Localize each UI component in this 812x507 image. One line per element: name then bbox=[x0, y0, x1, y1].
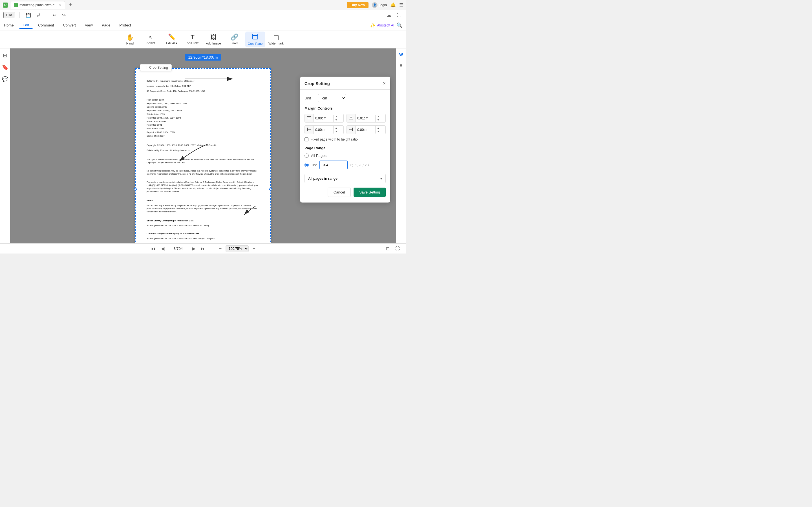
fixed-ratio-checkbox[interactable] bbox=[305, 137, 308, 142]
tool-link-label: Link▾ bbox=[231, 41, 238, 45]
redo-icon[interactable]: ↪ bbox=[61, 12, 67, 18]
menu-right-actions: ✨ Afirstsoft AI 🔍 bbox=[370, 22, 406, 29]
pages-in-range-wrap: All pages in range Odd pages only Even p… bbox=[305, 174, 386, 183]
tool-select[interactable]: ↖ Select bbox=[141, 32, 161, 47]
hamburger-icon[interactable]: ☰ bbox=[399, 2, 403, 8]
cancel-button[interactable]: Cancel bbox=[327, 187, 351, 197]
pdf-content: Butterworth-Heinemann is an imprint of E… bbox=[147, 79, 259, 243]
all-pages-label: All Pages bbox=[311, 154, 326, 158]
app-toolbar: File 💾 🖨 ↩ ↪ ☁ ⛶ bbox=[0, 10, 406, 20]
pdf-page: Butterworth-Heinemann is an imprint of E… bbox=[135, 68, 271, 243]
left-margin-wrap: 0.00cm ▲ ▼ bbox=[305, 125, 344, 134]
the-radio[interactable] bbox=[305, 163, 309, 167]
notification-icon[interactable]: 🔔 bbox=[390, 2, 396, 8]
menu-edit[interactable]: Edit bbox=[19, 22, 33, 29]
bottom-margin-icon bbox=[347, 114, 356, 122]
menu-convert[interactable]: Convert bbox=[59, 22, 80, 29]
crop-panel-close-button[interactable]: × bbox=[383, 80, 386, 87]
left-margin-up[interactable]: ▲ bbox=[334, 126, 339, 130]
ai-button[interactable]: ✨ Afirstsoft AI bbox=[370, 22, 394, 28]
search-icon[interactable]: 🔍 bbox=[396, 22, 403, 29]
page-info: 3/704 bbox=[168, 246, 188, 251]
sidebar-comment-icon[interactable]: 💬 bbox=[0, 74, 10, 84]
watermark-icon: ◫ bbox=[273, 34, 279, 41]
svg-rect-6 bbox=[307, 116, 311, 117]
margin-controls-title: Margin Controls bbox=[305, 106, 386, 110]
next-page-button[interactable]: ▶ bbox=[190, 245, 197, 252]
tool-link[interactable]: 🔗 Link▾ bbox=[224, 32, 244, 47]
svg-rect-0 bbox=[253, 34, 258, 39]
zoom-out-button[interactable]: − bbox=[217, 245, 223, 252]
last-page-button[interactable]: ⏭ bbox=[199, 245, 207, 252]
menu-home[interactable]: Home bbox=[0, 22, 18, 29]
bottom-margin-up[interactable]: ▲ bbox=[375, 115, 381, 118]
top-margin-down[interactable]: ▼ bbox=[334, 118, 339, 122]
tool-crop-page[interactable]: Crop Page bbox=[245, 32, 265, 47]
tool-add-image[interactable]: 🖼 Add Image bbox=[204, 32, 223, 47]
page-range-input[interactable]: 3-4 bbox=[319, 161, 348, 169]
status-bar: ⏮ ◀ 3/704 ▶ ⏭ − 100.75% 50% 75% 100% 125… bbox=[0, 243, 406, 253]
new-tab-button[interactable]: + bbox=[67, 2, 74, 8]
crop-handle-left-mid[interactable] bbox=[134, 188, 137, 191]
pages-in-range-select[interactable]: All pages in range Odd pages only Even p… bbox=[305, 174, 386, 183]
publisher-line2: Linacre House, Jordan Hill, Oxford OX2 8… bbox=[147, 84, 259, 88]
right-margin-input[interactable]: 0.00cm bbox=[356, 126, 375, 133]
crop-handle-right-mid[interactable] bbox=[269, 188, 272, 191]
panel-footer: Cancel Save Setting bbox=[305, 187, 386, 198]
right-margin-up[interactable]: ▲ bbox=[375, 126, 381, 130]
bottom-margin-down[interactable]: ▼ bbox=[375, 118, 381, 122]
print-icon[interactable]: 🖨 bbox=[36, 12, 42, 18]
sidebar-thumbnail-icon[interactable]: ⊞ bbox=[1, 51, 9, 60]
link-icon: 🔗 bbox=[231, 34, 238, 41]
right-sidebar-panel-icon[interactable]: ≡ bbox=[398, 61, 404, 70]
tool-edit-all[interactable]: ✏️ Edit All▾ bbox=[162, 32, 182, 47]
top-margin-up[interactable]: ▲ bbox=[334, 115, 339, 118]
menu-comment[interactable]: Comment bbox=[34, 22, 58, 29]
page-range-title: Page Range bbox=[305, 146, 386, 150]
zoom-in-button[interactable]: + bbox=[251, 245, 257, 252]
login-area[interactable]: 👤 Login bbox=[372, 2, 387, 8]
left-margin-input[interactable]: 0.00cm bbox=[313, 126, 333, 133]
right-sidebar-word-icon[interactable]: W bbox=[398, 51, 405, 59]
buy-now-button[interactable]: Buy Now bbox=[347, 2, 368, 8]
fullscreen-button[interactable]: ⛶ bbox=[394, 245, 402, 252]
file-menu-button[interactable]: File bbox=[3, 12, 15, 18]
unit-select[interactable]: cm mm inch pt bbox=[318, 94, 346, 102]
expand-icon[interactable]: ⛶ bbox=[396, 12, 403, 18]
zoom-select[interactable]: 100.75% 50% 75% 100% 125% 150% bbox=[225, 245, 249, 252]
menu-view[interactable]: View bbox=[81, 22, 97, 29]
crop-setting-callout: Crop Setting bbox=[140, 64, 172, 71]
fit-page-button[interactable]: ⊡ bbox=[384, 245, 391, 252]
fixed-ratio-label: Fixed page width to height ratio bbox=[311, 137, 358, 142]
unit-row: Unit cm mm inch pt bbox=[305, 94, 386, 102]
cloud-icon[interactable]: ☁ bbox=[386, 12, 393, 18]
sidebar-bookmark-icon[interactable]: 🔖 bbox=[0, 62, 10, 72]
top-margin-wrap: 0.00cm ▲ ▼ bbox=[305, 114, 344, 122]
browser-tab[interactable]: marketing-plans-sixth-e... × bbox=[10, 1, 65, 9]
toolbar-separator bbox=[19, 12, 20, 18]
menu-protect[interactable]: Protect bbox=[115, 22, 135, 29]
right-margin-down[interactable]: ▼ bbox=[375, 130, 381, 133]
tool-hand[interactable]: ✋ Hand bbox=[120, 32, 140, 47]
tool-add-text-label: Add Text bbox=[187, 41, 199, 45]
pdf-area: 12.96cm*18.30cm Crop Setting Butterworth… bbox=[10, 48, 396, 243]
tool-watermark[interactable]: ◫ Watermark bbox=[266, 32, 286, 47]
all-pages-radio[interactable] bbox=[305, 154, 309, 158]
publisher-line3: 30 Corporate Drive, Suite 400, Burlingto… bbox=[147, 90, 259, 93]
browser-tab-bar: P marketing-plans-sixth-e... × + Buy Now… bbox=[0, 0, 406, 10]
menu-page[interactable]: Page bbox=[98, 22, 114, 29]
tool-bar: ✋ Hand ↖ Select ✏️ Edit All▾ T Add Text … bbox=[0, 31, 406, 48]
undo-icon[interactable]: ↩ bbox=[52, 12, 57, 18]
save-setting-button[interactable]: Save Setting bbox=[354, 187, 386, 197]
tool-hand-label: Hand bbox=[126, 42, 134, 45]
bottom-margin-input[interactable]: 0.01cm bbox=[356, 115, 375, 122]
notice-block: Notice No responsibility is assumed by t… bbox=[147, 199, 259, 213]
prev-page-button[interactable]: ◀ bbox=[159, 245, 166, 252]
first-page-button[interactable]: ⏮ bbox=[149, 245, 157, 252]
main-area: ⊞ 🔖 💬 12.96cm*18.30cm Crop Setting bbox=[0, 48, 406, 243]
left-margin-down[interactable]: ▼ bbox=[334, 130, 339, 133]
tool-add-text[interactable]: T Add Text bbox=[183, 32, 202, 47]
save-icon[interactable]: 💾 bbox=[24, 12, 32, 18]
top-margin-input[interactable]: 0.00cm bbox=[313, 115, 333, 122]
tab-close-icon[interactable]: × bbox=[59, 3, 61, 7]
